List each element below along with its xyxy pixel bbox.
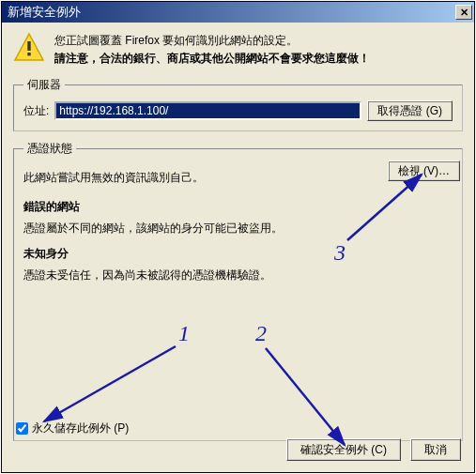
window-title: 新增安全例外 <box>8 4 81 21</box>
view-button[interactable]: 檢視 (V)… <box>388 161 460 181</box>
confirm-button[interactable]: 確認安全例外 (C) <box>286 438 401 461</box>
close-button[interactable]: ✕ <box>455 5 472 20</box>
cert-status-legend: 憑證狀態 <box>23 141 76 157</box>
titlebar: 新增安全例外 ✕ <box>2 2 474 23</box>
svg-rect-1 <box>27 41 30 51</box>
get-cert-button[interactable]: 取得憑證 (G) <box>367 100 453 121</box>
wrong-site-title: 錯誤的網站 <box>23 199 453 215</box>
warning-icon <box>13 32 45 68</box>
permanent-store-label: 永久儲存此例外 (P) <box>32 420 129 436</box>
unknown-title: 未知身分 <box>23 246 453 262</box>
unknown-text: 憑證未受信任，因為尚未被認得的憑證機構驗證。 <box>23 268 453 283</box>
cert-status-group: 憑證狀態 此網站嘗試用無效的資訊識別自己。 檢視 (V)… 錯誤的網站 憑證屬於… <box>13 141 463 441</box>
wrong-site-text: 憑證屬於不同的網站，該網站的身分可能已被盜用。 <box>23 221 453 237</box>
svg-rect-2 <box>27 53 30 55</box>
address-label: 位址: <box>23 103 49 119</box>
address-input[interactable] <box>54 101 361 120</box>
server-group: 伺服器 位址: 取得憑證 (G) <box>13 77 463 131</box>
close-icon: ✕ <box>460 7 468 19</box>
warning-line1: 您正試圖覆蓋 Firefox 要如何識別此網站的設定。 <box>54 32 370 50</box>
warning-row: 您正試圖覆蓋 Firefox 要如何識別此網站的設定。 請注意，合法的銀行、商店… <box>13 32 463 68</box>
warning-line2: 請注意，合法的銀行、商店或其他公開網站不會要求您這麼做！ <box>54 50 370 68</box>
server-legend: 伺服器 <box>23 77 65 93</box>
permanent-store-checkbox[interactable] <box>16 422 28 435</box>
permanent-store-row[interactable]: 永久儲存此例外 (P) <box>16 420 129 436</box>
warning-text: 您正試圖覆蓋 Firefox 要如何識別此網站的設定。 請注意，合法的銀行、商店… <box>54 32 370 68</box>
cancel-button[interactable]: 取消 <box>410 438 461 461</box>
